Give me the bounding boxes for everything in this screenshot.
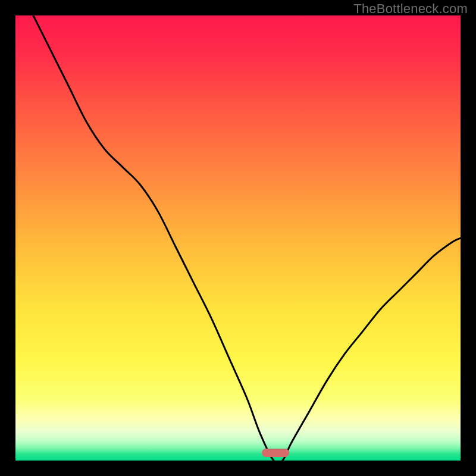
plot-area <box>15 15 461 461</box>
chart-frame: TheBottleneck.com <box>0 0 476 476</box>
svg-rect-0 <box>15 15 461 461</box>
watermark-text: TheBottleneck.com <box>353 1 468 17</box>
background-gradient <box>15 15 461 461</box>
optimum-marker <box>262 449 289 457</box>
